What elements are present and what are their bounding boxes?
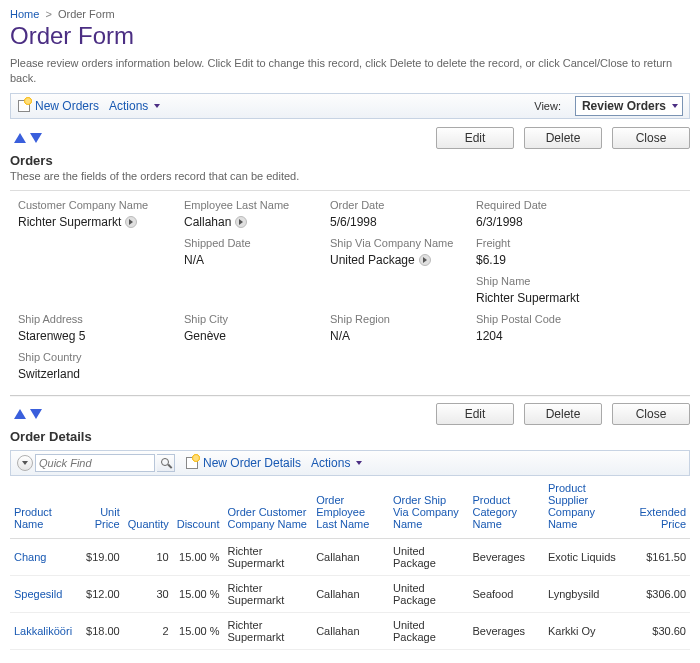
col-order-employee-last-name[interactable]: Order Employee Last Name bbox=[312, 478, 389, 539]
cell-product-category-name: Beverages bbox=[468, 538, 543, 575]
field-customer-company-name: Customer Company Name Richter Supermarkt bbox=[18, 199, 178, 229]
cell-order-customer-company-name: Richter Supermarkt bbox=[223, 612, 312, 649]
col-order-customer-company-name[interactable]: Order Customer Company Name bbox=[223, 478, 312, 539]
cell-product-supplier-company-name: Karkki Oy bbox=[544, 612, 629, 649]
cell-product-name: Chang bbox=[10, 538, 79, 575]
breadcrumb-home-link[interactable]: Home bbox=[10, 8, 39, 20]
breadcrumb-current: Order Form bbox=[58, 8, 115, 20]
delete-button[interactable]: Delete bbox=[524, 127, 602, 149]
new-orders-button[interactable]: New Orders bbox=[17, 99, 99, 113]
cell-quantity: 10 bbox=[124, 538, 173, 575]
cell-product-supplier-company-name: Lyngbysild bbox=[544, 575, 629, 612]
orders-buttons: Edit Delete Close bbox=[436, 127, 690, 149]
field-ship-country: Ship Country Switzerland bbox=[18, 351, 178, 381]
quick-find-wrap bbox=[17, 454, 175, 472]
close-button[interactable]: Close bbox=[612, 127, 690, 149]
cell-order-customer-company-name: Richter Supermarkt bbox=[223, 538, 312, 575]
next-record-button[interactable] bbox=[30, 409, 42, 419]
details-buttons: Edit Delete Close bbox=[436, 403, 690, 425]
cell-product-category-name: Seafood bbox=[468, 575, 543, 612]
new-order-details-button[interactable]: New Order Details bbox=[185, 456, 301, 470]
field-ship-postal-code: Ship Postal Code 1204 bbox=[476, 313, 646, 343]
actions-label: Actions bbox=[311, 456, 350, 470]
cell-order-ship-via-company-name: United Package bbox=[389, 612, 469, 649]
table-row[interactable]: Spegesild$12.003015.00 %Richter Supermar… bbox=[10, 575, 690, 612]
cell-order-customer-company-name: Richter Supermarkt bbox=[223, 575, 312, 612]
field-ship-name: Ship Name Richter Supermarkt bbox=[476, 275, 646, 305]
col-product-name[interactable]: Product Name bbox=[10, 478, 79, 539]
field-ship-city: Ship City Genève bbox=[184, 313, 324, 343]
orders-desc: These are the fields of the orders recor… bbox=[10, 170, 690, 182]
new-icon bbox=[185, 456, 199, 470]
field-freight: Freight $6.19 bbox=[476, 237, 646, 267]
product-link[interactable]: Spegesild bbox=[14, 588, 62, 600]
edit-button[interactable]: Edit bbox=[436, 403, 514, 425]
delete-button[interactable]: Delete bbox=[524, 403, 602, 425]
details-title: Order Details bbox=[10, 429, 690, 444]
cell-quantity: 30 bbox=[124, 575, 173, 612]
cell-discount: 15.00 % bbox=[173, 575, 224, 612]
cell-unit-price: $12.00 bbox=[79, 575, 124, 612]
details-toolbar: New Order Details Actions bbox=[10, 450, 690, 476]
details-actions-menu[interactable]: Actions bbox=[311, 456, 362, 470]
col-discount[interactable]: Discount bbox=[173, 478, 224, 539]
close-button[interactable]: Close bbox=[612, 403, 690, 425]
orders-section-header: Edit Delete Close bbox=[10, 127, 690, 149]
details-section-header: Edit Delete Close bbox=[10, 403, 690, 425]
breadcrumb: Home > Order Form bbox=[10, 8, 690, 20]
quick-find-expand-button[interactable] bbox=[17, 455, 33, 471]
quick-find-input[interactable] bbox=[35, 454, 155, 472]
page-title: Order Form bbox=[10, 22, 690, 50]
cell-order-employee-last-name: Callahan bbox=[312, 612, 389, 649]
orders-title: Orders bbox=[10, 153, 690, 168]
search-icon bbox=[161, 458, 171, 468]
record-nav bbox=[14, 133, 42, 143]
table-row[interactable]: Chang$19.001015.00 %Richter SupermarktCa… bbox=[10, 538, 690, 575]
field-employee-last-name: Employee Last Name Callahan bbox=[184, 199, 324, 229]
cell-extended-price: $30.60 bbox=[629, 612, 690, 649]
order-details-grid: Product Name Unit Price Quantity Discoun… bbox=[10, 478, 690, 650]
field-required-date: Required Date 6/3/1998 bbox=[476, 199, 646, 229]
product-link[interactable]: Lakkalikööri bbox=[14, 625, 72, 637]
view-select[interactable]: Review Orders bbox=[575, 96, 683, 116]
table-row[interactable]: Lakkalikööri$18.00215.00 %Richter Superm… bbox=[10, 612, 690, 649]
view-label: View: bbox=[534, 100, 561, 112]
col-product-category-name[interactable]: Product Category Name bbox=[468, 478, 543, 539]
field-ship-region: Ship Region N/A bbox=[330, 313, 470, 343]
prev-record-button[interactable] bbox=[14, 133, 26, 143]
lookup-icon[interactable] bbox=[125, 216, 137, 228]
field-ship-via-company-name: Ship Via Company Name United Package bbox=[330, 237, 470, 267]
col-order-ship-via-company-name[interactable]: Order Ship Via Company Name bbox=[389, 478, 469, 539]
col-unit-price[interactable]: Unit Price bbox=[79, 478, 124, 539]
edit-button[interactable]: Edit bbox=[436, 127, 514, 149]
quick-find-search-button[interactable] bbox=[157, 454, 175, 472]
grid-header-row: Product Name Unit Price Quantity Discoun… bbox=[10, 478, 690, 539]
new-orders-label: New Orders bbox=[35, 99, 99, 113]
chevron-down-icon bbox=[672, 104, 678, 108]
cell-product-category-name: Beverages bbox=[468, 612, 543, 649]
chevron-down-icon bbox=[356, 461, 362, 465]
cell-order-employee-last-name: Callahan bbox=[312, 538, 389, 575]
chevron-down-icon bbox=[154, 104, 160, 108]
col-extended-price[interactable]: Extended Price bbox=[629, 478, 690, 539]
lookup-icon[interactable] bbox=[419, 254, 431, 266]
cell-discount: 15.00 % bbox=[173, 538, 224, 575]
new-order-details-label: New Order Details bbox=[203, 456, 301, 470]
col-quantity[interactable]: Quantity bbox=[124, 478, 173, 539]
new-icon bbox=[17, 99, 31, 113]
breadcrumb-separator: > bbox=[45, 8, 51, 20]
actions-menu[interactable]: Actions bbox=[109, 99, 160, 113]
cell-unit-price: $18.00 bbox=[79, 612, 124, 649]
field-order-date: Order Date 5/6/1998 bbox=[330, 199, 470, 229]
field-ship-address: Ship Address Starenweg 5 bbox=[18, 313, 178, 343]
product-link[interactable]: Chang bbox=[14, 551, 46, 563]
col-product-supplier-company-name[interactable]: Product Supplier Company Name bbox=[544, 478, 629, 539]
next-record-button[interactable] bbox=[30, 133, 42, 143]
prev-record-button[interactable] bbox=[14, 409, 26, 419]
order-form: Customer Company Name Richter Supermarkt… bbox=[18, 199, 690, 381]
lookup-icon[interactable] bbox=[235, 216, 247, 228]
actions-label: Actions bbox=[109, 99, 148, 113]
cell-quantity: 2 bbox=[124, 612, 173, 649]
cell-extended-price: $161.50 bbox=[629, 538, 690, 575]
cell-discount: 15.00 % bbox=[173, 612, 224, 649]
